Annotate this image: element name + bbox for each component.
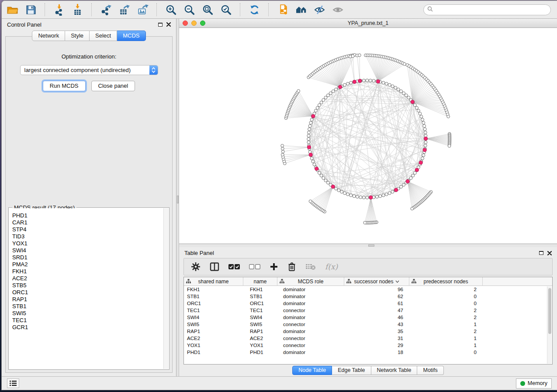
mcds-result-item[interactable]: SWI4 xyxy=(12,247,163,254)
table-cell: PHD1 xyxy=(184,349,243,356)
horizontal-splitter-handle[interactable] xyxy=(368,244,374,247)
table-cell: 96 xyxy=(344,286,409,293)
refresh-view-icon[interactable] xyxy=(248,3,260,16)
memory-button-label: Memory xyxy=(528,380,547,386)
add-column-icon[interactable] xyxy=(270,262,278,271)
table-cell: 46 xyxy=(344,314,409,321)
tab-network[interactable]: Network xyxy=(32,31,65,41)
mcds-result-item[interactable]: STB5 xyxy=(12,282,163,289)
import-table-icon[interactable] xyxy=(71,3,83,16)
share-network-icon[interactable] xyxy=(277,3,289,16)
select-all-icon[interactable] xyxy=(228,264,240,270)
mcds-result-item[interactable]: GCR1 xyxy=(12,324,163,331)
table-settings-icon[interactable] xyxy=(191,262,201,272)
first-neighbors-icon[interactable] xyxy=(295,3,307,16)
table-row[interactable]: PHD1PHD1dominator180 xyxy=(184,349,552,356)
table-cell: ORC1 xyxy=(243,300,277,307)
tab-edge-table[interactable]: Edge Table xyxy=(332,366,371,375)
table-row[interactable]: YOX1YOX1connector291 xyxy=(184,342,552,349)
table-cell: 62 xyxy=(344,293,409,300)
toolbar-separator xyxy=(45,3,45,16)
float-table-panel-icon[interactable] xyxy=(539,251,543,255)
tab-motifs[interactable]: Motifs xyxy=(417,366,443,375)
zoom-fit-icon[interactable] xyxy=(201,3,214,16)
memory-status-icon xyxy=(520,381,525,386)
mcds-result-scrollbar[interactable] xyxy=(163,208,169,369)
hide-selected-icon[interactable] xyxy=(313,3,325,16)
control-panel: Control Panel NetworkStyleSelectMCDS Opt… xyxy=(2,19,176,376)
mcds-result-item[interactable]: CAR1 xyxy=(12,219,163,226)
mcds-result-item[interactable]: ORC1 xyxy=(12,289,163,296)
save-session-icon[interactable] xyxy=(24,3,37,16)
export-network-icon[interactable] xyxy=(100,3,112,16)
tab-mcds[interactable]: MCDS xyxy=(117,31,145,41)
column-header-MCDS-role[interactable]: MCDS role xyxy=(277,277,344,285)
tab-network-table[interactable]: Network Table xyxy=(371,366,418,375)
column-header-successor-nodes[interactable]: successor nodes xyxy=(344,277,409,285)
table-row[interactable]: SWI4SWI4dominator462 xyxy=(184,314,552,321)
mcds-result-item[interactable]: YOX1 xyxy=(12,240,163,247)
mcds-result-item[interactable]: RAP1 xyxy=(12,296,163,303)
mcds-result-item[interactable]: TID3 xyxy=(12,233,163,240)
table-cell: RAP1 xyxy=(243,328,277,335)
mcds-result-item[interactable]: SRD1 xyxy=(12,254,163,261)
tab-select[interactable]: Select xyxy=(90,31,117,41)
mcds-result-item[interactable]: FKH1 xyxy=(12,268,163,275)
table-row[interactable]: ACE2ACE2connector311 xyxy=(184,335,552,342)
delete-column-icon[interactable] xyxy=(287,262,296,272)
close-panel-button[interactable]: Close panel xyxy=(91,81,135,91)
search-input[interactable] xyxy=(435,7,547,13)
table-cell: 47 xyxy=(344,307,409,314)
memory-button[interactable]: Memory xyxy=(516,378,552,389)
export-image-icon[interactable] xyxy=(136,3,149,16)
table-cell: PHD1 xyxy=(243,349,277,356)
status-bar: Memory xyxy=(2,376,557,390)
table-tabs: Node TableEdge TableNetwork TableMotifs xyxy=(179,364,557,376)
open-session-icon[interactable] xyxy=(6,3,18,16)
table-cell: dominator xyxy=(277,300,344,307)
mcds-result-item[interactable]: TEC1 xyxy=(12,317,163,324)
network-canvas[interactable] xyxy=(179,28,557,244)
table-row[interactable]: ORC1ORC1dominator610 xyxy=(184,300,552,307)
float-panel-icon[interactable] xyxy=(158,23,163,27)
deselect-all-icon[interactable] xyxy=(249,264,260,270)
vertical-splitter[interactable] xyxy=(176,19,179,376)
mcds-result-item[interactable]: ACE2 xyxy=(12,275,163,282)
mcds-result-list[interactable]: PHD1CAR1STP4TID3YOX1SWI4SRD1PMA2FKH1ACE2… xyxy=(9,208,163,369)
run-mcds-button[interactable]: Run MCDS xyxy=(43,81,86,91)
optimization-criterion-dropdown[interactable]: largest connected component (undirected) xyxy=(20,65,158,75)
table-row[interactable]: RAP1RAP1dominator352 xyxy=(184,328,552,335)
split-panel-icon[interactable] xyxy=(210,262,219,272)
export-table-icon[interactable] xyxy=(118,3,130,16)
column-header-shared-name[interactable]: shared name xyxy=(184,277,243,285)
network-window-titlebar[interactable]: YPA_prune.txt_1 xyxy=(179,19,557,28)
table-scrollbar[interactable] xyxy=(547,286,552,364)
close-panel-icon[interactable] xyxy=(166,22,171,27)
sort-desc-icon xyxy=(395,280,399,283)
table-scrollbar-thumb[interactable] xyxy=(548,288,551,334)
horizontal-splitter[interactable] xyxy=(179,244,557,247)
zoom-in-icon[interactable] xyxy=(165,3,177,16)
column-label: name xyxy=(253,279,266,285)
column-header-predecessor-nodes[interactable]: predecessor nodes xyxy=(409,277,483,285)
task-history-button[interactable] xyxy=(7,378,19,388)
mcds-result-item[interactable]: PMA2 xyxy=(12,261,163,268)
mcds-result-item[interactable]: SWI5 xyxy=(12,310,163,317)
search-box[interactable] xyxy=(423,4,551,15)
table-row[interactable]: STB1STB1dominator620 xyxy=(184,293,552,300)
zoom-selected-icon[interactable] xyxy=(220,3,232,16)
table-row[interactable]: TEC1TEC1connector472 xyxy=(184,307,552,314)
import-network-icon[interactable] xyxy=(53,3,65,16)
mcds-result-item[interactable]: STB1 xyxy=(12,303,163,310)
vertical-splitter-handle[interactable] xyxy=(177,196,179,203)
close-table-panel-icon[interactable] xyxy=(547,251,552,255)
tab-node-table[interactable]: Node Table xyxy=(292,366,332,375)
tab-style[interactable]: Style xyxy=(65,31,90,41)
column-header-name[interactable]: name xyxy=(243,277,277,285)
delete-table-icon xyxy=(305,263,316,270)
table-row[interactable]: SWI5SWI5connector431 xyxy=(184,321,552,328)
table-row[interactable]: FKH1FKH1dominator962 xyxy=(184,286,552,293)
mcds-result-item[interactable]: STP4 xyxy=(12,226,163,233)
mcds-result-item[interactable]: PHD1 xyxy=(12,212,163,219)
zoom-out-icon[interactable] xyxy=(183,3,195,16)
